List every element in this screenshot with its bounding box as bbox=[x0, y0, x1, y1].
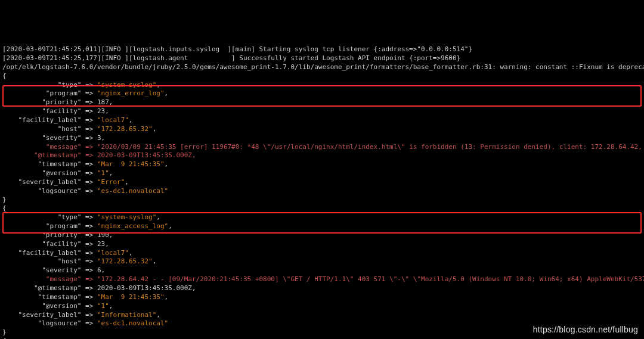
field-program: nginx_error_log bbox=[101, 89, 160, 97]
field-priority: 187 bbox=[97, 98, 109, 106]
brace-open: { bbox=[2, 72, 7, 80]
field-message-highlighted: "message" => "172.28.64.42 - - [09/Mar/2… bbox=[2, 275, 644, 283]
brace-close: } bbox=[2, 196, 7, 204]
field-at-timestamp: 2020-03-09T13:45:35.000Z bbox=[97, 284, 192, 292]
field-severity: 3 bbox=[97, 134, 101, 142]
field-host: 172.28.65.32 bbox=[101, 257, 148, 265]
field-facility-label: local7 bbox=[101, 249, 125, 257]
field-priority: 190 bbox=[97, 231, 109, 239]
brace-open: { bbox=[2, 204, 7, 212]
field-program: nginx_access_log bbox=[101, 222, 165, 230]
field-type: system-syslog bbox=[101, 81, 153, 89]
field-host: 172.28.65.32 bbox=[101, 125, 148, 133]
field-facility-label: local7 bbox=[101, 116, 125, 124]
field-logsource: es-dc1.novalocal bbox=[101, 319, 165, 327]
log-line: [2020-03-09T21:45:25,011][INFO ][logstas… bbox=[2, 45, 472, 53]
field-facility: 23 bbox=[97, 240, 105, 248]
field-severity-label: Error bbox=[101, 178, 121, 186]
field-timestamp: Mar 9 21:45:35 bbox=[101, 160, 160, 168]
field-severity: 6 bbox=[97, 266, 101, 274]
field-type: system-syslog bbox=[101, 213, 153, 221]
brace-close: } bbox=[2, 328, 7, 336]
log-line: /opt/elk/logstash-7.6.0/vendor/bundle/jr… bbox=[2, 63, 644, 71]
field-message-highlighted: "message" => "2020/03/09 21:45:35 [error… bbox=[2, 143, 644, 151]
field-timestamp: Mar 9 21:45:35 bbox=[101, 293, 160, 301]
watermark: https://blog.csdn.net/fullbug bbox=[533, 324, 638, 335]
field-facility: 23 bbox=[97, 107, 105, 115]
log-line: [2020-03-09T21:45:25,177][INFO ][logstas… bbox=[2, 54, 460, 62]
field-severity-label: Informational bbox=[101, 311, 153, 319]
field-at-timestamp-highlighted: "@timestamp" => 2020-03-09T13:45:35.000Z… bbox=[2, 151, 196, 159]
terminal-output: [2020-03-09T21:45:25,011][INFO ][logstas… bbox=[0, 35, 644, 339]
field-logsource: es-dc1.novalocal bbox=[101, 187, 165, 195]
